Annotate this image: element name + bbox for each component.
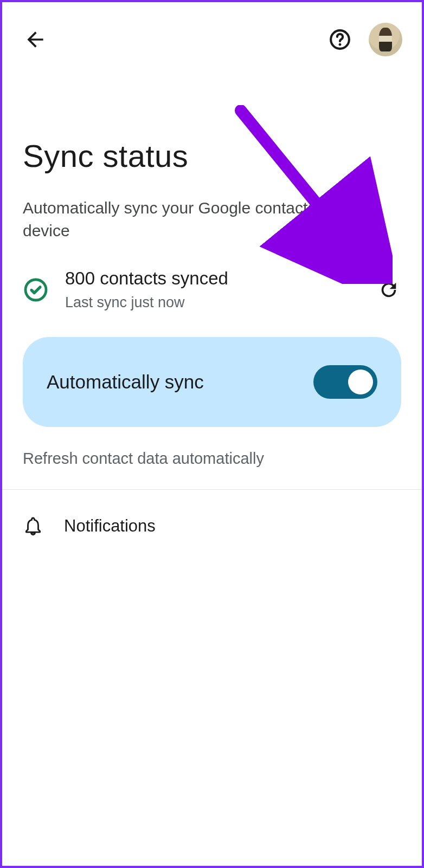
auto-sync-toggle[interactable] <box>313 365 377 399</box>
auto-sync-label: Automatically sync <box>47 371 204 393</box>
sync-count-text: 800 contacts synced <box>65 268 360 289</box>
back-button[interactable] <box>22 26 49 53</box>
account-avatar[interactable] <box>369 23 402 56</box>
check-circle-icon <box>23 277 49 303</box>
toggle-knob <box>348 370 373 394</box>
help-button[interactable] <box>326 26 354 53</box>
section-divider <box>2 489 422 490</box>
app-bar <box>2 2 422 56</box>
sync-status-row: 800 contacts synced Last sync just now <box>23 268 401 311</box>
page-subtitle: Automatically sync your Google contacts … <box>23 197 401 242</box>
help-icon <box>328 28 352 51</box>
page-title: Sync status <box>23 138 401 174</box>
notifications-label: Notifications <box>64 516 156 536</box>
svg-point-1 <box>339 43 342 46</box>
bell-icon <box>23 516 43 536</box>
last-sync-text: Last sync just now <box>65 294 360 311</box>
auto-sync-caption: Refresh contact data automatically <box>23 450 401 468</box>
refresh-icon <box>378 279 400 301</box>
notifications-row[interactable]: Notifications <box>23 516 401 536</box>
auto-sync-card: Automatically sync <box>23 337 401 427</box>
arrow-back-icon <box>23 28 47 51</box>
refresh-button[interactable] <box>376 277 401 302</box>
